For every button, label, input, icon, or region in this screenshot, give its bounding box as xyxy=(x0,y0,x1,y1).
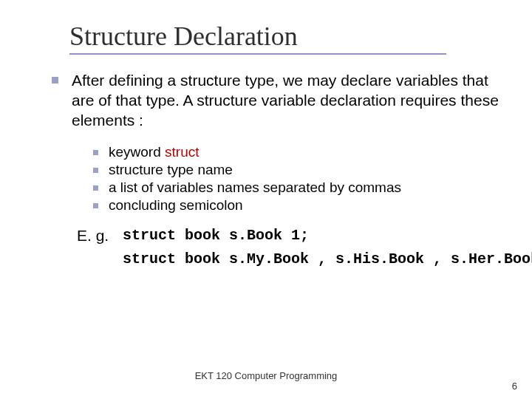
bullet-icon xyxy=(93,168,98,173)
bullet-icon xyxy=(52,77,58,83)
footer-text: EKT 120 Computer Programming xyxy=(0,370,532,381)
code-example-line1: struct book s.Book 1; xyxy=(123,227,309,244)
bullet-icon xyxy=(93,203,98,208)
bullet-icon xyxy=(93,150,98,155)
sub-item: concluding semicolon xyxy=(109,197,243,214)
slide-title: Structure Declaration xyxy=(69,21,502,52)
sub-item: structure type name xyxy=(109,162,233,178)
keyword-struct: struct xyxy=(165,144,199,160)
code-example-line2: struct book s.My.Book , s.His.Book , s.H… xyxy=(123,250,502,267)
title-underline xyxy=(69,53,446,55)
sub-item: a list of variables names separated by c… xyxy=(109,180,401,196)
intro-paragraph: After defining a structure type, we may … xyxy=(72,71,502,131)
page-number: 6 xyxy=(512,381,517,392)
sub-item: keyword struct xyxy=(109,144,199,160)
bullet-icon xyxy=(93,185,98,191)
example-label: E. g. xyxy=(77,227,123,245)
